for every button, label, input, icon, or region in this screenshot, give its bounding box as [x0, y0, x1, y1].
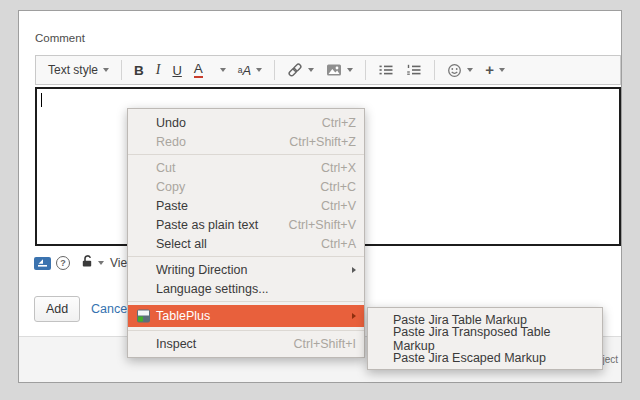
menu-item-label: Redo	[156, 135, 186, 149]
numbered-list-button[interactable]	[400, 58, 428, 82]
chevron-down-icon[interactable]	[98, 261, 104, 265]
submenu-item-paste-jira-transposed-table-markup[interactable]: Paste Jira Transposed Table Markup	[368, 329, 602, 348]
text-style-dropdown[interactable]: Text style	[42, 58, 115, 82]
menu-item-undo[interactable]: UndoCtrl+Z	[128, 113, 364, 132]
menu-item-shortcut: Ctrl+V	[321, 199, 356, 213]
menu-item-label: Paste	[156, 199, 188, 213]
submenu-item-paste-jira-escaped-markup[interactable]: Paste Jira Escaped Markup	[368, 348, 602, 367]
menu-item-shortcut: Ctrl+Shift+Z	[289, 135, 356, 149]
menu-item-paste-as-plain-text[interactable]: Paste as plain textCtrl+Shift+V	[128, 215, 364, 234]
chevron-down-icon	[103, 68, 109, 72]
emoji-icon	[447, 63, 462, 78]
underline-glyph: U	[172, 63, 181, 78]
menu-item-label: Select all	[156, 237, 207, 251]
italic-glyph: I	[156, 62, 161, 78]
menu-item-shortcut: Ctrl+A	[321, 237, 356, 251]
numbered-list-icon	[406, 63, 422, 77]
wiki-markup-icon[interactable]	[34, 257, 51, 270]
text-cursor	[41, 93, 42, 107]
menu-item-label: Copy	[156, 180, 185, 194]
toolbar-divider	[121, 60, 122, 80]
bullet-list-icon	[378, 63, 394, 77]
chevron-down-icon	[467, 68, 473, 72]
text-style-label: Text style	[48, 63, 98, 77]
bold-glyph: B	[134, 63, 144, 78]
menu-separator	[128, 256, 364, 257]
text-color-button[interactable]: A	[188, 58, 209, 82]
tableplus-submenu: Paste Jira Table MarkupPaste Jira Transp…	[367, 307, 603, 370]
menu-item-redo: RedoCtrl+Shift+Z	[128, 132, 364, 151]
emoji-dropdown[interactable]	[441, 58, 479, 82]
text-color-dropdown[interactable]	[209, 58, 232, 82]
help-icon[interactable]: ?	[56, 256, 70, 270]
menu-item-writing-direction[interactable]: Writing Direction	[128, 260, 364, 279]
editor-toolbar: Text style B I U A aA	[35, 55, 621, 85]
menu-separator	[128, 301, 364, 302]
add-button[interactable]: Add	[34, 296, 80, 322]
menu-item-select-all[interactable]: Select allCtrl+A	[128, 234, 364, 253]
image-dropdown[interactable]	[320, 58, 359, 82]
menu-item-label: Undo	[156, 116, 186, 130]
menu-item-label: TablePlus	[156, 309, 210, 323]
cancel-link[interactable]: Cancel	[91, 302, 130, 316]
toolbar-divider	[274, 60, 275, 80]
plus-icon: +	[485, 63, 494, 77]
menu-item-label: Language settings...	[156, 282, 269, 296]
footer-clipped-text: ject	[602, 354, 618, 365]
menu-item-cut: CutCtrl+X	[128, 158, 364, 177]
menu-item-copy: CopyCtrl+C	[128, 177, 364, 196]
toolbar-divider	[365, 60, 366, 80]
menu-separator	[128, 330, 364, 331]
link-icon	[287, 62, 303, 78]
text-color-glyph: A	[194, 62, 203, 78]
menu-item-paste[interactable]: PasteCtrl+V	[128, 196, 364, 215]
menu-item-label: Cut	[156, 161, 175, 175]
menu-item-shortcut: Ctrl+C	[320, 180, 356, 194]
menu-item-label: Inspect	[156, 337, 196, 351]
menu-item-shortcut: Ctrl+Shift+I	[293, 337, 356, 351]
submenu-arrow-icon	[352, 267, 356, 273]
chevron-down-icon	[347, 68, 353, 72]
menu-item-shortcut: Ctrl+Z	[322, 116, 356, 130]
chevron-down-icon	[220, 68, 226, 72]
submenu-item-label: Paste Jira Escaped Markup	[393, 351, 546, 365]
menu-item-language-settings[interactable]: Language settings...	[128, 279, 364, 298]
chevron-down-icon	[499, 68, 505, 72]
menu-item-label: Paste as plain text	[156, 218, 258, 232]
context-menu: UndoCtrl+ZRedoCtrl+Shift+ZCutCtrl+XCopyC…	[127, 108, 365, 358]
menu-item-tableplus[interactable]: TablePlus	[128, 305, 364, 327]
menu-item-inspect[interactable]: InspectCtrl+Shift+I	[128, 334, 364, 353]
menu-item-shortcut: Ctrl+Shift+V	[289, 218, 356, 232]
bold-button[interactable]: B	[128, 58, 150, 82]
image-icon	[326, 63, 342, 77]
bullet-list-button[interactable]	[372, 58, 400, 82]
comment-field-label: Comment	[35, 32, 85, 44]
toolbar-divider	[434, 60, 435, 80]
font-style-dropdown[interactable]: aA	[232, 58, 268, 82]
menu-item-shortcut: Ctrl+X	[321, 161, 356, 175]
underline-button[interactable]: U	[166, 58, 187, 82]
chevron-down-icon	[256, 68, 262, 72]
menu-separator	[128, 154, 364, 155]
italic-button[interactable]: I	[150, 58, 167, 82]
tableplus-icon	[137, 310, 150, 323]
lock-open-icon[interactable]	[81, 254, 95, 272]
menu-item-label: Writing Direction	[156, 263, 247, 277]
chevron-down-icon	[308, 68, 314, 72]
insert-more-dropdown[interactable]: +	[479, 58, 511, 82]
submenu-arrow-icon	[352, 313, 356, 319]
link-dropdown[interactable]	[281, 58, 320, 82]
font-style-glyph-big: A	[243, 63, 252, 78]
